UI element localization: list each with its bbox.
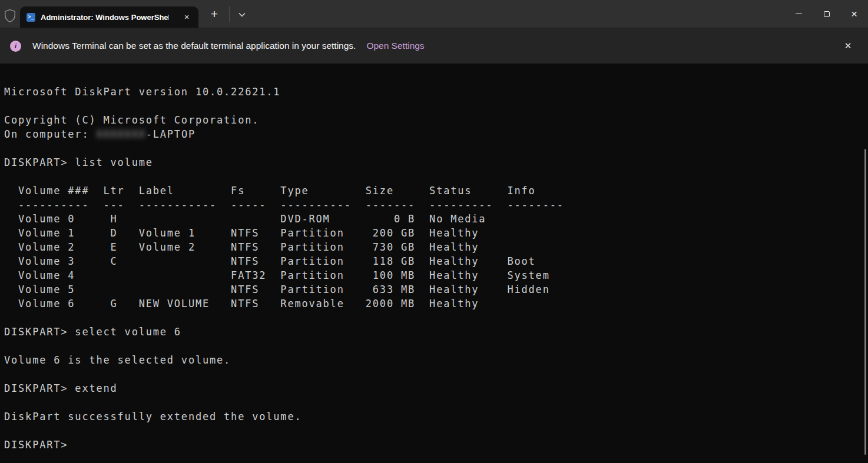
minimize-button[interactable] bbox=[785, 0, 813, 28]
info-icon: i bbox=[10, 41, 21, 52]
tab-administrator-powershell[interactable]: >_ Administrator: Windows PowerShell ✕ bbox=[20, 6, 198, 28]
close-icon: ✕ bbox=[851, 10, 858, 18]
titlebar: >_ Administrator: Windows PowerShell ✕ +… bbox=[0, 0, 868, 28]
window-controls: ✕ bbox=[785, 0, 868, 28]
tab-dropdown-button[interactable] bbox=[233, 5, 251, 23]
terminal-line bbox=[4, 367, 862, 381]
terminal-line: DISKPART> select volume 6 bbox=[4, 325, 862, 339]
maximize-button[interactable] bbox=[813, 0, 840, 28]
close-window-button[interactable]: ✕ bbox=[840, 0, 868, 28]
terminal-line: Volume 0 H DVD-ROM 0 B No Media bbox=[4, 212, 862, 226]
terminal-line bbox=[4, 424, 862, 438]
default-terminal-banner: i Windows Terminal can be set as the def… bbox=[0, 28, 868, 64]
terminal-line: Volume 1 D Volume 1 NTFS Partition 200 G… bbox=[4, 226, 862, 240]
terminal-line: DISKPART> bbox=[4, 438, 862, 452]
terminal-line: Volume ### Ltr Label Fs Type Size Status… bbox=[4, 184, 862, 198]
redacted-computer-name: XXXXXXX bbox=[96, 128, 145, 140]
terminal-line: ---------- --- ----------- ----- -------… bbox=[4, 198, 862, 212]
terminal-line: Volume 6 is the selected volume. bbox=[4, 353, 862, 367]
titlebar-separator bbox=[229, 6, 230, 22]
maximize-icon bbox=[824, 11, 830, 17]
terminal-line: On computer: XXXXXXX-LAPTOP bbox=[4, 127, 862, 141]
scrollbar-thumb[interactable] bbox=[864, 149, 866, 455]
terminal-line: Volume 5 NTFS Partition 633 MB Healthy H… bbox=[4, 282, 862, 297]
terminal-line bbox=[4, 339, 862, 353]
new-tab-button[interactable]: + bbox=[206, 5, 223, 23]
tab-title: Administrator: Windows PowerShell bbox=[41, 13, 169, 22]
close-icon: ✕ bbox=[844, 41, 852, 51]
terminal-line bbox=[4, 395, 862, 409]
terminal-line: Volume 2 E Volume 2 NTFS Partition 730 G… bbox=[4, 240, 862, 254]
terminal-line bbox=[4, 99, 862, 113]
terminal-line: Volume 6 G NEW VOLUME NTFS Removable 200… bbox=[4, 297, 862, 311]
terminal-line bbox=[4, 311, 862, 325]
terminal-window: >_ Administrator: Windows PowerShell ✕ +… bbox=[0, 0, 868, 463]
terminal-line: Volume 4 FAT32 Partition 100 MB Healthy … bbox=[4, 268, 862, 282]
computer-line-prefix: On computer: bbox=[4, 128, 96, 140]
chevron-down-icon bbox=[238, 9, 246, 19]
banner-close-button[interactable]: ✕ bbox=[840, 38, 856, 54]
powershell-icon: >_ bbox=[26, 13, 35, 22]
terminal-line bbox=[4, 169, 862, 184]
minimize-icon bbox=[796, 14, 802, 14]
terminal-line: DISKPART> list volume bbox=[4, 155, 862, 169]
terminal-line: Copyright (C) Microsoft Corporation. bbox=[4, 113, 862, 127]
terminal-line: DiskPart successfully extended the volum… bbox=[4, 409, 862, 424]
terminal-line bbox=[4, 141, 862, 155]
admin-shield-icon bbox=[0, 2, 20, 29]
terminal-line bbox=[4, 71, 862, 85]
computer-line-suffix: -LAPTOP bbox=[146, 128, 196, 140]
terminal-line: Microsoft DiskPart version 10.0.22621.1 bbox=[4, 85, 862, 99]
open-settings-link[interactable]: Open Settings bbox=[366, 41, 424, 51]
banner-message: Windows Terminal can be set as the defau… bbox=[32, 41, 356, 51]
terminal-line: DISKPART> extend bbox=[4, 381, 862, 395]
tab-close-icon[interactable]: ✕ bbox=[180, 11, 193, 24]
terminal-output[interactable]: Microsoft DiskPart version 10.0.22621.1 … bbox=[0, 64, 868, 463]
terminal-line: Volume 3 C NTFS Partition 118 GB Healthy… bbox=[4, 254, 862, 268]
